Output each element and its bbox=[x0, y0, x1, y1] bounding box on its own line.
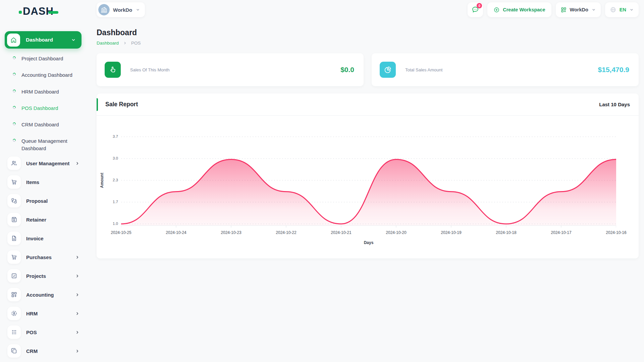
sidebar-item-pos[interactable]: POS bbox=[0, 323, 87, 342]
topbar: WorkDo 0 Create Workspace WorkDo EN bbox=[87, 0, 644, 19]
messages-button[interactable]: 0 bbox=[468, 2, 483, 17]
stat-cards: Sales Of This Month $0.0 Total Sales Amo… bbox=[97, 53, 639, 86]
stat-label: Total Sales Amount bbox=[405, 67, 598, 72]
y-axis-tick-label: 2.3 bbox=[104, 178, 118, 182]
sidebar-item-label: Retainer bbox=[26, 217, 80, 223]
sidebar-dashboard-label: Dashboard bbox=[26, 37, 71, 43]
chevron-down-icon bbox=[591, 7, 596, 12]
x-axis-tick-label: 2024-10-22 bbox=[276, 230, 296, 235]
stat-card-total-sales: Total Sales Amount $15,470.9 bbox=[372, 53, 639, 86]
sidebar-item-crm[interactable]: CRM bbox=[0, 342, 87, 360]
chevron-down-icon bbox=[71, 37, 76, 43]
sidebar: DASH Dashboard Project DashboardAccounti… bbox=[0, 0, 87, 362]
topbar-actions: 0 Create Workspace WorkDo EN bbox=[468, 2, 639, 17]
sidebar-item-user-management[interactable]: User Management bbox=[0, 154, 87, 173]
sidebar-subitem-label: Project Dashboard bbox=[21, 55, 63, 62]
sidebar-item-label: HRM bbox=[26, 311, 75, 316]
sidebar-dashboard-submenu: Project DashboardAccounting DashboardHRM… bbox=[0, 50, 87, 157]
submenu-bullet-icon bbox=[12, 122, 16, 126]
sidebar-item-invoice[interactable]: Invoice bbox=[0, 229, 87, 248]
sidebar-subitem-queue-management-dashboard[interactable]: Queue Management Dashboard bbox=[0, 133, 87, 157]
logo-accent-dot bbox=[19, 11, 22, 14]
sidebar-subitem-pos-dashboard[interactable]: POS Dashboard bbox=[0, 100, 87, 116]
plus-circle-icon bbox=[493, 7, 500, 13]
sidebar-item-items[interactable]: Items bbox=[0, 173, 87, 191]
create-workspace-button[interactable]: Create Workspace bbox=[487, 2, 551, 17]
sidebar-subitem-crm-dashboard[interactable]: CRM Dashboard bbox=[0, 116, 87, 133]
chevron-right-icon bbox=[75, 330, 80, 335]
x-axis-tick-label: 2024-10-20 bbox=[386, 230, 406, 235]
x-axis-tick-label: 2024-10-19 bbox=[441, 230, 461, 235]
projects-icon bbox=[7, 269, 21, 283]
globe-icon bbox=[610, 6, 616, 13]
users-icon bbox=[7, 157, 21, 170]
grid-plus-icon bbox=[560, 7, 567, 13]
sidebar-item-label: Items bbox=[26, 179, 80, 185]
submenu-bullet-icon bbox=[12, 56, 16, 60]
x-axis-tick-label: 2024-10-21 bbox=[331, 230, 351, 235]
sidebar-subitem-accounting-dashboard[interactable]: Accounting Dashboard bbox=[0, 67, 87, 83]
chevron-right-icon bbox=[75, 349, 80, 354]
chevron-right-icon bbox=[123, 41, 127, 45]
sidebar-subitem-label: HRM Dashboard bbox=[21, 88, 59, 95]
chevron-right-icon bbox=[75, 274, 80, 279]
submenu-bullet-icon bbox=[12, 89, 16, 93]
brand-logo[interactable]: DASH bbox=[19, 6, 58, 16]
sidebar-item-proposal[interactable]: Proposal bbox=[0, 191, 87, 210]
sidebar-subitem-label: Accounting Dashboard bbox=[21, 71, 72, 78]
app: DASH Dashboard Project DashboardAccounti… bbox=[0, 0, 644, 362]
grid-plus-icon bbox=[7, 288, 21, 301]
sidebar-item-projects[interactable]: Projects bbox=[0, 266, 87, 285]
area-chart-canvas[interactable] bbox=[121, 135, 616, 228]
sidebar-item-label: Invoice bbox=[26, 236, 80, 241]
workspace-dropdown[interactable]: WorkDo bbox=[556, 2, 601, 17]
chevron-down-icon bbox=[629, 7, 634, 12]
submenu-bullet-icon bbox=[12, 138, 16, 142]
hrm-icon bbox=[7, 307, 21, 320]
sidebar-item-hrm[interactable]: HRM bbox=[0, 304, 87, 323]
x-axis-tick-label: 2024-10-17 bbox=[551, 230, 571, 235]
sale-report-card: Sale Report Last 10 Days Amount 1.01.72.… bbox=[97, 94, 639, 258]
chevron-right-icon bbox=[75, 292, 80, 297]
retainer-icon bbox=[7, 213, 21, 226]
y-axis-tick-label: 1.7 bbox=[104, 200, 118, 204]
chevron-right-icon bbox=[75, 161, 80, 166]
x-axis-title: Days bbox=[364, 240, 374, 245]
breadcrumb-current: POS bbox=[131, 41, 141, 46]
y-axis-title: Amount bbox=[100, 167, 104, 194]
squares-icon bbox=[7, 344, 21, 358]
breadcrumb-dashboard-link[interactable]: Dashboard bbox=[97, 41, 119, 46]
sale-report-chart: Amount 1.01.72.33.03.72024-10-252024-10-… bbox=[97, 94, 639, 258]
hand-pointer-icon bbox=[105, 62, 121, 78]
x-axis-tick-label: 2024-10-16 bbox=[606, 230, 626, 235]
language-code: EN bbox=[620, 7, 626, 12]
sidebar-item-label: User Management bbox=[26, 161, 75, 166]
submenu-bullet-icon bbox=[12, 72, 16, 76]
sidebar-subitem-project-dashboard[interactable]: Project Dashboard bbox=[0, 50, 87, 67]
sidebar-item-dashboard[interactable]: Dashboard bbox=[5, 31, 82, 49]
workspace-name: WorkDo bbox=[113, 7, 132, 13]
stat-card-sales-month: Sales Of This Month $0.0 bbox=[97, 53, 364, 86]
home-icon bbox=[7, 34, 20, 47]
sidebar-subitem-hrm-dashboard[interactable]: HRM Dashboard bbox=[0, 83, 87, 100]
workspace-switcher[interactable]: WorkDo bbox=[97, 2, 145, 17]
logo-accent-dash bbox=[48, 11, 58, 14]
sidebar-item-label: Purchases bbox=[26, 254, 75, 260]
page-title: Dashboard bbox=[97, 28, 639, 37]
sidebar-item-purchases[interactable]: Purchases bbox=[0, 248, 87, 266]
cart-icon bbox=[7, 250, 21, 264]
stat-label: Sales Of This Month bbox=[130, 67, 340, 72]
chevron-right-icon bbox=[75, 255, 80, 260]
sidebar-item-accounting[interactable]: Accounting bbox=[0, 285, 87, 304]
x-axis-tick-label: 2024-10-18 bbox=[496, 230, 516, 235]
sidebar-item-retainer[interactable]: Retainer bbox=[0, 210, 87, 229]
language-selector[interactable]: EN bbox=[605, 2, 639, 17]
y-axis-tick-label: 3.7 bbox=[104, 134, 118, 138]
x-axis-tick-label: 2024-10-25 bbox=[111, 230, 131, 235]
sidebar-menu: User ManagementItemsProposalRetainerInvo… bbox=[0, 154, 87, 360]
sidebar-subitem-label: CRM Dashboard bbox=[21, 121, 59, 128]
submenu-bullet-icon bbox=[12, 105, 16, 109]
workspace-dropdown-label: WorkDo bbox=[570, 7, 588, 12]
sidebar-item-label: POS bbox=[26, 329, 75, 335]
invoice-icon bbox=[7, 232, 21, 245]
